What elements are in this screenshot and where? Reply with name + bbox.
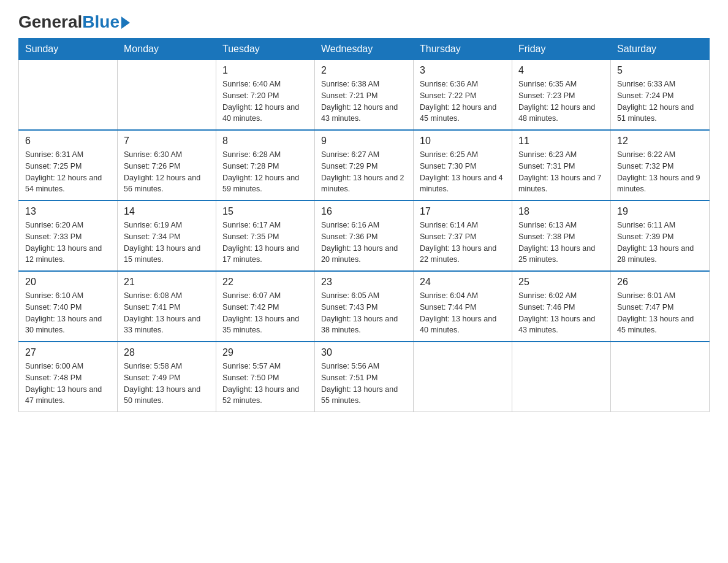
day-number: 3 (420, 65, 506, 76)
calendar-day-cell (414, 342, 512, 412)
day-info: Sunrise: 6:17 AMSunset: 7:35 PMDaylight:… (222, 220, 308, 266)
logo-blue-part: Blue (82, 12, 130, 32)
day-number: 30 (321, 347, 407, 358)
day-number: 26 (617, 277, 703, 288)
calendar-day-cell: 8Sunrise: 6:28 AMSunset: 7:28 PMDaylight… (216, 130, 315, 201)
day-info: Sunrise: 6:27 AMSunset: 7:29 PMDaylight:… (321, 149, 407, 195)
day-number: 21 (124, 277, 210, 288)
day-number: 17 (420, 206, 506, 217)
day-info: Sunrise: 6:16 AMSunset: 7:36 PMDaylight:… (321, 220, 407, 266)
day-number: 25 (518, 277, 604, 288)
weekday-header-friday: Friday (512, 39, 611, 60)
calendar-day-cell: 19Sunrise: 6:11 AMSunset: 7:39 PMDayligh… (611, 201, 710, 271)
day-info: Sunrise: 6:08 AMSunset: 7:41 PMDaylight:… (124, 290, 210, 336)
calendar-day-cell: 27Sunrise: 6:00 AMSunset: 7:48 PMDayligh… (19, 342, 118, 412)
day-info: Sunrise: 6:38 AMSunset: 7:21 PMDaylight:… (321, 79, 407, 124)
day-number: 19 (617, 206, 703, 217)
day-info: Sunrise: 5:56 AMSunset: 7:51 PMDaylight:… (321, 361, 407, 407)
calendar-table: SundayMondayTuesdayWednesdayThursdayFrid… (18, 38, 710, 412)
day-info: Sunrise: 6:10 AMSunset: 7:40 PMDaylight:… (25, 290, 111, 336)
calendar-week-row: 27Sunrise: 6:00 AMSunset: 7:48 PMDayligh… (19, 342, 710, 412)
day-info: Sunrise: 6:13 AMSunset: 7:38 PMDaylight:… (518, 220, 604, 266)
day-number: 20 (25, 277, 111, 288)
calendar-day-cell: 1Sunrise: 6:40 AMSunset: 7:20 PMDaylight… (216, 60, 315, 131)
weekday-header-row: SundayMondayTuesdayWednesdayThursdayFrid… (19, 39, 710, 60)
day-info: Sunrise: 6:01 AMSunset: 7:47 PMDaylight:… (617, 290, 703, 336)
day-info: Sunrise: 6:05 AMSunset: 7:43 PMDaylight:… (321, 290, 407, 336)
day-info: Sunrise: 6:22 AMSunset: 7:32 PMDaylight:… (617, 149, 703, 195)
day-number: 6 (25, 136, 111, 147)
calendar-week-row: 1Sunrise: 6:40 AMSunset: 7:20 PMDaylight… (19, 60, 710, 131)
calendar-day-cell: 11Sunrise: 6:23 AMSunset: 7:31 PMDayligh… (512, 130, 611, 201)
calendar-day-cell: 2Sunrise: 6:38 AMSunset: 7:21 PMDaylight… (315, 60, 414, 131)
day-number: 22 (222, 277, 308, 288)
day-info: Sunrise: 6:36 AMSunset: 7:22 PMDaylight:… (420, 79, 506, 124)
calendar-day-cell: 21Sunrise: 6:08 AMSunset: 7:41 PMDayligh… (118, 271, 216, 342)
day-number: 1 (222, 65, 308, 76)
day-number: 9 (321, 136, 407, 147)
day-info: Sunrise: 6:33 AMSunset: 7:24 PMDaylight:… (617, 79, 703, 124)
calendar-day-cell: 28Sunrise: 5:58 AMSunset: 7:49 PMDayligh… (118, 342, 216, 412)
calendar-day-cell: 12Sunrise: 6:22 AMSunset: 7:32 PMDayligh… (611, 130, 710, 201)
weekday-header-thursday: Thursday (414, 39, 512, 60)
day-number: 29 (222, 347, 308, 358)
calendar-week-row: 13Sunrise: 6:20 AMSunset: 7:33 PMDayligh… (19, 201, 710, 271)
calendar-day-cell: 9Sunrise: 6:27 AMSunset: 7:29 PMDaylight… (315, 130, 414, 201)
calendar-day-cell: 29Sunrise: 5:57 AMSunset: 7:50 PMDayligh… (216, 342, 315, 412)
calendar-day-cell: 26Sunrise: 6:01 AMSunset: 7:47 PMDayligh… (611, 271, 710, 342)
day-number: 2 (321, 65, 407, 76)
day-info: Sunrise: 6:30 AMSunset: 7:26 PMDaylight:… (124, 149, 210, 195)
calendar-day-cell: 30Sunrise: 5:56 AMSunset: 7:51 PMDayligh… (315, 342, 414, 412)
day-number: 24 (420, 277, 506, 288)
day-number: 12 (617, 136, 703, 147)
day-number: 16 (321, 206, 407, 217)
day-number: 10 (420, 136, 506, 147)
calendar-day-cell: 17Sunrise: 6:14 AMSunset: 7:37 PMDayligh… (414, 201, 512, 271)
day-info: Sunrise: 6:25 AMSunset: 7:30 PMDaylight:… (420, 149, 506, 195)
weekday-header-monday: Monday (118, 39, 216, 60)
weekday-header-saturday: Saturday (611, 39, 710, 60)
calendar-day-cell: 18Sunrise: 6:13 AMSunset: 7:38 PMDayligh… (512, 201, 611, 271)
day-number: 15 (222, 206, 308, 217)
calendar-day-cell: 13Sunrise: 6:20 AMSunset: 7:33 PMDayligh… (19, 201, 118, 271)
day-number: 4 (518, 65, 604, 76)
day-number: 18 (518, 206, 604, 217)
weekday-header-wednesday: Wednesday (315, 39, 414, 60)
day-number: 13 (25, 206, 111, 217)
day-number: 11 (518, 136, 604, 147)
day-info: Sunrise: 6:19 AMSunset: 7:34 PMDaylight:… (124, 220, 210, 266)
calendar-week-row: 6Sunrise: 6:31 AMSunset: 7:25 PMDaylight… (19, 130, 710, 201)
calendar-day-cell: 25Sunrise: 6:02 AMSunset: 7:46 PMDayligh… (512, 271, 611, 342)
day-info: Sunrise: 6:35 AMSunset: 7:23 PMDaylight:… (518, 79, 604, 124)
day-info: Sunrise: 6:07 AMSunset: 7:42 PMDaylight:… (222, 290, 308, 336)
day-info: Sunrise: 6:40 AMSunset: 7:20 PMDaylight:… (222, 79, 308, 124)
day-info: Sunrise: 6:11 AMSunset: 7:39 PMDaylight:… (617, 220, 703, 266)
calendar-day-cell: 7Sunrise: 6:30 AMSunset: 7:26 PMDaylight… (118, 130, 216, 201)
day-info: Sunrise: 6:31 AMSunset: 7:25 PMDaylight:… (25, 149, 111, 195)
calendar-day-cell: 6Sunrise: 6:31 AMSunset: 7:25 PMDaylight… (19, 130, 118, 201)
calendar-day-cell: 4Sunrise: 6:35 AMSunset: 7:23 PMDaylight… (512, 60, 611, 131)
day-number: 14 (124, 206, 210, 217)
day-info: Sunrise: 6:00 AMSunset: 7:48 PMDaylight:… (25, 361, 111, 407)
logo-blue-text: Blue (82, 12, 119, 32)
weekday-header-tuesday: Tuesday (216, 39, 315, 60)
day-info: Sunrise: 6:23 AMSunset: 7:31 PMDaylight:… (518, 149, 604, 195)
calendar-day-cell: 23Sunrise: 6:05 AMSunset: 7:43 PMDayligh… (315, 271, 414, 342)
day-number: 23 (321, 277, 407, 288)
day-number: 28 (124, 347, 210, 358)
weekday-header-sunday: Sunday (19, 39, 118, 60)
calendar-day-cell: 10Sunrise: 6:25 AMSunset: 7:30 PMDayligh… (414, 130, 512, 201)
calendar-day-cell: 15Sunrise: 6:17 AMSunset: 7:35 PMDayligh… (216, 201, 315, 271)
calendar-day-cell: 20Sunrise: 6:10 AMSunset: 7:40 PMDayligh… (19, 271, 118, 342)
day-number: 27 (25, 347, 111, 358)
day-info: Sunrise: 5:57 AMSunset: 7:50 PMDaylight:… (222, 361, 308, 407)
day-number: 7 (124, 136, 210, 147)
day-info: Sunrise: 6:20 AMSunset: 7:33 PMDaylight:… (25, 220, 111, 266)
calendar-day-cell (19, 60, 118, 131)
day-number: 8 (222, 136, 308, 147)
logo-general-text: General (18, 12, 82, 32)
calendar-day-cell (512, 342, 611, 412)
day-info: Sunrise: 6:02 AMSunset: 7:46 PMDaylight:… (518, 290, 604, 336)
logo: General Blue (18, 12, 130, 32)
logo-arrow-icon (121, 17, 130, 29)
